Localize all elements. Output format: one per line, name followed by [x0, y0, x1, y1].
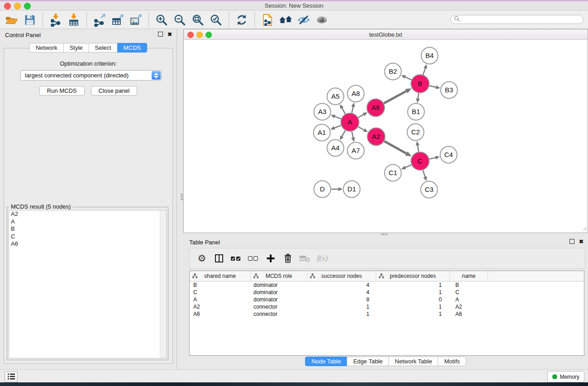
column-header-name[interactable]: name: [450, 271, 488, 281]
task-history-button[interactable]: [5, 372, 18, 382]
graph-node-A2[interactable]: A2: [368, 128, 385, 146]
memory-button[interactable]: Memory: [547, 371, 584, 382]
save-session-button[interactable]: [21, 12, 39, 28]
graph-node-A4[interactable]: A4: [327, 140, 344, 157]
control-tab-network[interactable]: Network: [29, 43, 64, 52]
mcds-result-item[interactable]: B: [9, 225, 166, 233]
mcds-result-item[interactable]: A2: [9, 210, 166, 218]
mcds-result-item[interactable]: A6: [9, 240, 166, 248]
graph-node-C3[interactable]: C3: [421, 181, 438, 198]
table-cell[interactable]: 1: [376, 311, 450, 317]
graph-node-B[interactable]: B: [411, 75, 429, 93]
graph-node-B4[interactable]: B4: [421, 48, 438, 64]
graph-node-A8[interactable]: A8: [348, 86, 364, 102]
hide-graphics-details-button[interactable]: [295, 12, 313, 28]
table-cell[interactable]: dominator: [251, 282, 307, 288]
graph-edge-B-B2[interactable]: [401, 75, 411, 80]
column-header-shared-name[interactable]: shared name: [190, 271, 251, 281]
graph-node-B2[interactable]: B2: [385, 63, 402, 80]
graph-edge-C-C4[interactable]: [429, 156, 440, 159]
select-all-columns-button[interactable]: [229, 252, 243, 265]
graph-edge-A6-B[interactable]: [384, 88, 411, 103]
mcds-result-item[interactable]: C: [9, 233, 166, 241]
table-cell[interactable]: A2: [190, 304, 251, 310]
float-table-panel-icon[interactable]: [569, 239, 574, 244]
table-cell[interactable]: connector: [251, 311, 307, 317]
graph-node-A6[interactable]: A6: [367, 99, 385, 117]
table-cell[interactable]: C: [450, 289, 488, 295]
table-cell[interactable]: A2: [450, 304, 488, 310]
graph-node-B1[interactable]: B1: [408, 104, 425, 120]
close-panel-button[interactable]: Close panel: [91, 86, 138, 95]
node-table[interactable]: shared nameMCDS rolesuccessor nodesprede…: [189, 271, 584, 356]
home-layout-button[interactable]: [277, 12, 295, 28]
graph-edge-A-A1[interactable]: [330, 125, 341, 129]
graph-node-D[interactable]: D: [314, 181, 331, 198]
column-header-predecessor-nodes[interactable]: predecessor nodes: [376, 271, 450, 281]
graph-edge-C-C1[interactable]: [401, 165, 411, 169]
window-resize-grip[interactable]: [582, 225, 587, 232]
graph-node-A5[interactable]: A5: [327, 88, 344, 105]
control-tab-style[interactable]: Style: [63, 43, 89, 52]
vertical-splitter-handle[interactable]: [181, 194, 183, 200]
graph-node-C2[interactable]: C2: [407, 124, 424, 141]
graph-edge-A-A8[interactable]: [351, 103, 355, 113]
graph-node-D1[interactable]: D1: [344, 181, 360, 198]
graph-edge-B-B3[interactable]: [430, 85, 440, 89]
export-network-button[interactable]: [91, 12, 109, 28]
column-header-MCDS-role[interactable]: MCDS role: [251, 271, 307, 281]
horizontal-splitter-handle[interactable]: [381, 234, 387, 235]
table-cell[interactable]: 0: [376, 296, 450, 303]
table-cell[interactable]: C: [190, 289, 251, 295]
zoom-out-button[interactable]: [171, 12, 189, 28]
open-file-button[interactable]: [3, 12, 21, 28]
close-table-panel-icon[interactable]: ✖: [579, 239, 583, 244]
table-row[interactable]: Bdominator41B: [190, 281, 584, 289]
clone-network-button[interactable]: [258, 12, 277, 28]
import-network-button[interactable]: [47, 12, 65, 28]
table-cell[interactable]: A: [450, 296, 488, 303]
table-cell[interactable]: B: [450, 282, 488, 288]
float-panel-icon[interactable]: [158, 32, 163, 37]
table-row[interactable]: A6connector11A6: [190, 310, 584, 318]
table-cell[interactable]: dominator: [251, 296, 307, 303]
refresh-network-button[interactable]: [233, 12, 251, 28]
graph-node-C[interactable]: C: [411, 152, 429, 170]
table-cell[interactable]: B: [190, 282, 251, 288]
control-tab-mcds[interactable]: MCDS: [117, 43, 147, 52]
table-tab-network-table[interactable]: Network Table: [388, 357, 438, 366]
search-box[interactable]: [450, 15, 583, 24]
table-tab-edge-table[interactable]: Edge Table: [347, 357, 389, 366]
network-graph[interactable]: B4B2BB3B1A6A5A8A3AA1A4A7A2C2CC4C1C3DD1: [184, 40, 588, 233]
table-cell[interactable]: 8: [307, 296, 376, 303]
graph-edge-A2-C[interactable]: [384, 141, 411, 157]
table-row[interactable]: Cdominator41C: [190, 289, 584, 296]
table-row[interactable]: Adominator80A: [190, 296, 584, 303]
table-cell[interactable]: 1: [307, 304, 376, 310]
table-cell[interactable]: 1: [376, 289, 450, 295]
table-cell[interactable]: 1: [376, 282, 450, 288]
create-column-button[interactable]: [264, 252, 277, 265]
graph-edge-B-B4[interactable]: [423, 64, 427, 75]
column-header-successor-nodes[interactable]: successor nodes: [307, 271, 376, 281]
graph-node-C1[interactable]: C1: [385, 165, 402, 181]
graph-edge-C-C3[interactable]: [423, 170, 427, 181]
table-row[interactable]: A2connector11A2: [190, 303, 584, 310]
table-cell[interactable]: 4: [307, 282, 376, 288]
export-image-button[interactable]: [127, 12, 145, 28]
table-cell[interactable]: A: [190, 296, 251, 303]
table-cell[interactable]: dominator: [251, 289, 307, 295]
graph-node-B3[interactable]: B3: [441, 82, 458, 99]
search-input[interactable]: [462, 15, 583, 24]
graph-edge-B-B1[interactable]: [416, 93, 420, 103]
network-canvas[interactable]: B4B2BB3B1A6A5A8A3AA1A4A7A2C2CC4C1C3DD1: [184, 40, 588, 233]
mcds-result-item[interactable]: A: [9, 218, 166, 226]
run-mcds-button[interactable]: Run MCDS: [39, 86, 85, 95]
table-cell[interactable]: A6: [190, 311, 251, 317]
zoom-in-button[interactable]: [153, 12, 171, 28]
graph-edge-A-A2[interactable]: [358, 127, 368, 132]
graph-edge-A-A7[interactable]: [351, 132, 355, 142]
result-list-scrollbar[interactable]: [160, 210, 166, 358]
table-cell[interactable]: A6: [450, 311, 488, 317]
table-cell[interactable]: 1: [307, 311, 376, 317]
